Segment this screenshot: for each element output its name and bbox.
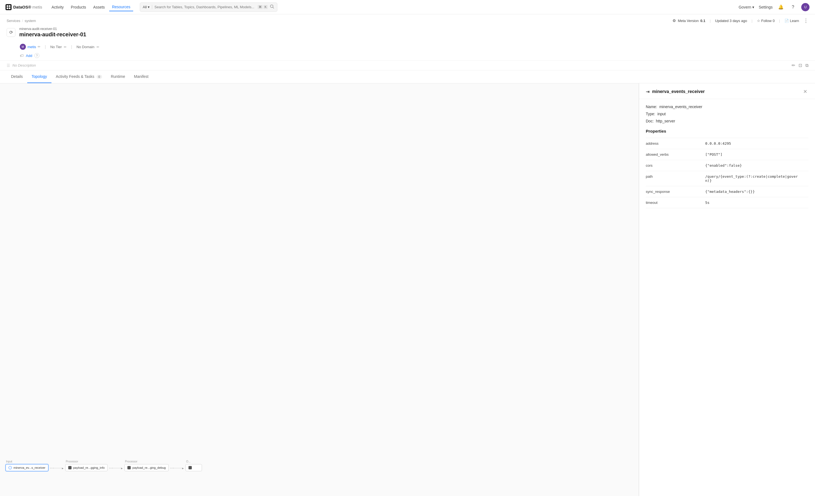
star-icon: ☆: [757, 19, 760, 23]
nav-link-assets[interactable]: Assets: [91, 3, 108, 11]
refresh-button[interactable]: ⟳: [7, 28, 15, 37]
search-keyboard-shortcut: ⌘ K: [258, 5, 267, 9]
node-name-proc1: payload_re...gging_info: [73, 466, 105, 469]
edit-description-icon[interactable]: ✏: [792, 63, 795, 68]
tabs-bar: Details Topology Activity Feeds & Tasks …: [0, 70, 815, 83]
node-name-proc2: payload_re...ging_debug: [132, 466, 166, 469]
logo[interactable]: DataOS® metis: [6, 4, 42, 10]
tab-topology[interactable]: Topology: [27, 70, 51, 83]
service-name-block: minerva-audit-receiver-01 minerva-audit-…: [19, 27, 86, 38]
chevron-down-icon: ▾: [752, 5, 754, 9]
breadcrumb-separator: /: [22, 19, 23, 23]
node-processor-2[interactable]: payload_re...ging_debug: [124, 464, 169, 471]
settings-link[interactable]: Settings: [759, 5, 773, 9]
edit-tier-icon[interactable]: ✏: [64, 45, 67, 49]
nav-link-resources[interactable]: Resources: [109, 3, 133, 11]
notifications-icon[interactable]: 🔔: [777, 3, 785, 11]
tab-manifest[interactable]: Manifest: [130, 70, 153, 83]
prop-key-address: address: [646, 138, 701, 149]
prop-row-cors: cors {"enabled":false}: [646, 160, 808, 171]
topology-canvas[interactable]: Input → minerva_ev...s_receiver ▸: [0, 83, 639, 496]
breadcrumb-system[interactable]: system: [24, 19, 36, 23]
tags-row: 🏷 Add ?: [0, 51, 815, 60]
search-filter-label: All: [143, 5, 147, 9]
help-icon[interactable]: ?: [789, 3, 797, 11]
breadcrumb: Services / system: [7, 19, 36, 23]
svg-rect-0: [6, 4, 12, 10]
type-label: Type:: [646, 112, 655, 116]
nav-link-activity[interactable]: Activity: [49, 3, 66, 11]
meta-row: M metis ✏ | No Tier ✏ | No Domain ✏: [0, 41, 815, 51]
nav-links: Activity Products Assets Resources: [49, 3, 133, 11]
node-processor-1[interactable]: payload_re...gging_info: [65, 464, 108, 471]
meta-v-sep-1: |: [45, 45, 46, 49]
prop-val-timeout: 5s: [701, 197, 808, 208]
svg-rect-3: [7, 7, 8, 9]
updated-label: Updated 3 days ago: [715, 19, 747, 23]
connector-line-1: [54, 468, 62, 468]
search-input[interactable]: [154, 5, 255, 9]
description-text: ☰ No Description: [7, 63, 36, 68]
prop-key-allowed-verbs: allowed_verbs: [646, 149, 701, 160]
follow-button[interactable]: ☆ Follow 0: [757, 19, 775, 23]
input-node-icon: →: [9, 466, 12, 469]
tab-activity-feeds[interactable]: Activity Feeds & Tasks 0: [51, 70, 106, 83]
proc-node-icon-2: [127, 466, 131, 469]
edit-owner-icon[interactable]: ✏: [38, 45, 40, 49]
node-name-input: minerva_ev...s_receiver: [13, 466, 45, 469]
name-label: Name:: [646, 105, 657, 109]
node-output[interactable]: [185, 464, 202, 471]
description-copy-icon[interactable]: ⧉: [805, 63, 808, 68]
output-node-icon: [188, 466, 192, 469]
prop-row-address: address 0.0.0.0:4295: [646, 138, 808, 149]
description-link-icon[interactable]: ⊡: [798, 63, 802, 68]
name-value: minerva_events_receiver: [659, 105, 702, 109]
connector-1: ▸: [48, 466, 65, 470]
tier-badge: No Tier ✏: [50, 45, 67, 49]
search-bar[interactable]: All ▾ ⌘ K: [140, 2, 277, 12]
prop-val-path: /query/{event_type:(?:create|complete|go…: [701, 171, 808, 186]
doc-value: http_server: [656, 119, 675, 123]
panel-type-row: Type: input: [646, 112, 808, 116]
k-key: K: [263, 5, 267, 9]
description-placeholder: No Description: [12, 63, 36, 67]
follow-label: Follow: [761, 19, 772, 23]
node-input[interactable]: → minerva_ev...s_receiver: [6, 464, 48, 471]
nav-link-products[interactable]: Products: [68, 3, 89, 11]
connector-line-3: [174, 468, 182, 468]
learn-button[interactable]: 📄 Learn: [784, 19, 799, 23]
search-filter-dropdown[interactable]: All ▾: [143, 5, 152, 9]
more-options-button[interactable]: ⋮: [803, 18, 808, 24]
breadcrumb-services[interactable]: Services: [7, 19, 20, 23]
node-group-processor-1: Processor payload_re...gging_info: [65, 460, 108, 471]
search-icon[interactable]: [270, 4, 274, 10]
connector-3: ▸: [169, 466, 185, 470]
meta-v-sep-2: |: [71, 45, 72, 49]
tab-runtime[interactable]: Runtime: [106, 70, 130, 83]
add-tag-button[interactable]: Add: [26, 54, 32, 58]
meta-version-value: 0.1: [700, 19, 705, 23]
meta-separator-3: |: [779, 19, 780, 23]
prop-row-timeout: timeout 5s: [646, 197, 808, 208]
owner-name[interactable]: metis: [28, 45, 36, 49]
govern-dropdown[interactable]: Govern ▾: [739, 5, 754, 9]
prop-val-cors: {"enabled":false}: [701, 160, 808, 171]
edit-domain-icon[interactable]: ✏: [97, 45, 99, 49]
service-name: minerva-audit-receiver-01: [19, 31, 86, 38]
follow-count: 0: [773, 19, 775, 23]
side-panel: ⇥ minerva_events_receiver ✕ Name: minerv…: [639, 83, 815, 496]
main-content: Input → minerva_ev...s_receiver ▸: [0, 83, 815, 496]
panel-title-icon: ⇥: [646, 89, 649, 94]
node-group-processor-2: Processor payload_re...ging_debug: [124, 460, 169, 471]
prop-key-cors: cors: [646, 160, 701, 171]
tab-details[interactable]: Details: [7, 70, 27, 83]
help-icon[interactable]: ?: [34, 53, 39, 58]
prop-val-allowed-verbs: ["POST"]: [701, 149, 808, 160]
node-group-input: Input → minerva_ev...s_receiver: [6, 460, 48, 471]
properties-section-title: Properties: [646, 129, 808, 133]
arrow-icon-3: ▸: [182, 466, 184, 470]
meta-separator-1: |: [710, 19, 710, 23]
logo-text: DataOS® metis: [13, 5, 42, 9]
panel-close-button[interactable]: ✕: [802, 88, 808, 95]
user-avatar[interactable]: U: [801, 3, 809, 11]
